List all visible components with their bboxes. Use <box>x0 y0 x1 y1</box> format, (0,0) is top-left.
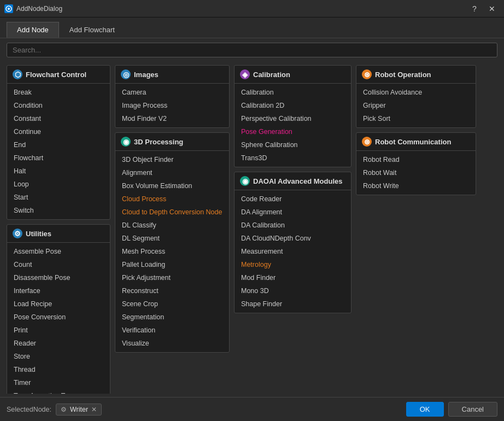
item-halt[interactable]: Halt <box>7 165 110 178</box>
title-bar: AddNodeDialog ? ✕ <box>0 0 504 17</box>
item-pose-generation[interactable]: Pose Generation <box>235 125 351 138</box>
column-3: ◈ Calibration Calibration Calibration 2D… <box>234 65 351 394</box>
item-metrology[interactable]: Metrology <box>235 258 351 271</box>
dialog-buttons: OK Cancel <box>406 402 497 417</box>
item-break[interactable]: Break <box>7 86 110 99</box>
item-transformation-tree[interactable]: Transformation Tree <box>7 389 110 394</box>
item-perspective-calibration[interactable]: Perspective Calibration <box>235 112 351 125</box>
item-shape-finder[interactable]: Shape Finder <box>235 297 351 311</box>
search-input[interactable] <box>7 43 497 57</box>
item-code-reader[interactable]: Code Reader <box>235 192 351 206</box>
tab-add-node[interactable]: Add Node <box>7 22 59 38</box>
item-mesh-process[interactable]: Mesh Process <box>115 245 229 258</box>
item-loop[interactable]: Loop <box>7 178 110 191</box>
3d-processing-icon: ◉ <box>121 137 131 147</box>
calibration-body: Calibration Calibration 2D Perspective C… <box>235 84 351 167</box>
item-calibration[interactable]: Calibration <box>235 86 351 99</box>
item-verification[interactable]: Verification <box>115 324 229 337</box>
item-end[interactable]: End <box>7 138 110 151</box>
card-header-robot-comm: ⊛ Robot Communication <box>356 133 476 151</box>
item-dl-segment[interactable]: DL Segment <box>115 232 229 245</box>
item-cloud-to-depth[interactable]: Cloud to Depth Conversion Node <box>115 206 229 219</box>
item-robot-wait[interactable]: Robot Wait <box>356 166 476 179</box>
item-thread[interactable]: Thread <box>7 363 110 376</box>
item-da-cloudndepth[interactable]: DA CloudNDepth Conv <box>235 232 351 245</box>
3d-processing-body: 3D Object Finder Alignment Box Volume Es… <box>115 151 229 352</box>
card-header-3d: ◉ 3D Processing <box>115 133 229 151</box>
item-store[interactable]: Store <box>7 350 110 363</box>
item-condition[interactable]: Condition <box>7 99 110 112</box>
item-pallet-loading[interactable]: Pallet Loading <box>115 258 229 271</box>
title-bar-controls: ? ✕ <box>467 3 500 15</box>
item-count[interactable]: Count <box>7 258 110 271</box>
card-header-images: ◎ Images <box>115 66 229 84</box>
chip-icon: ⚙ <box>61 406 67 413</box>
item-interface[interactable]: Interface <box>7 284 110 297</box>
card-daoai-advanced: ◉ DAOAI Advanced Modules Code Reader DA … <box>234 172 351 313</box>
item-trans3d[interactable]: Trans3D <box>235 151 351 165</box>
item-measurement[interactable]: Measurement <box>235 245 351 258</box>
item-dl-classify[interactable]: DL Classify <box>115 219 229 232</box>
item-sphere-calibration[interactable]: Sphere Calibration <box>235 138 351 151</box>
item-assemble-pose[interactable]: Assemble Pose <box>7 245 110 258</box>
item-print[interactable]: Print <box>7 324 110 337</box>
robot-operation-label: Robot Operation <box>375 71 431 79</box>
card-header-calibration: ◈ Calibration <box>235 66 351 84</box>
tab-add-flowchart[interactable]: Add Flowchart <box>59 22 125 38</box>
item-scene-crop[interactable]: Scene Crop <box>115 297 229 311</box>
utilities-label: Utilities <box>26 230 51 238</box>
item-load-recipe[interactable]: Load Recipe <box>7 297 110 311</box>
item-calibration-2d[interactable]: Calibration 2D <box>235 99 351 112</box>
item-mono-3d[interactable]: Mono 3D <box>235 284 351 297</box>
selected-node-chip: ⚙ Writer ✕ <box>56 404 102 416</box>
robot-operation-icon: ⊛ <box>362 69 372 79</box>
item-start[interactable]: Start <box>7 191 110 204</box>
item-timer[interactable]: Timer <box>7 376 110 389</box>
item-da-alignment[interactable]: DA Alignment <box>235 206 351 219</box>
item-camera[interactable]: Camera <box>115 86 229 99</box>
daoai-icon: ◉ <box>240 176 250 186</box>
chip-close-button[interactable]: ✕ <box>91 406 97 413</box>
item-constant[interactable]: Constant <box>7 112 110 125</box>
item-3d-object-finder[interactable]: 3D Object Finder <box>115 153 229 166</box>
images-body: Camera Image Process Mod Finder V2 <box>115 84 229 127</box>
item-pick-sort[interactable]: Pick Sort <box>356 112 476 125</box>
item-da-calibration[interactable]: DA Calibration <box>235 219 351 232</box>
app-icon <box>4 4 13 13</box>
cancel-button[interactable]: Cancel <box>448 402 497 417</box>
item-reader[interactable]: Reader <box>7 337 110 350</box>
item-segmentation[interactable]: Segmentation <box>115 311 229 324</box>
item-pick-adjustment[interactable]: Pick Adjustment <box>115 271 229 284</box>
item-disassemble-pose[interactable]: Disassemble Pose <box>7 271 110 284</box>
svg-point-2 <box>8 8 10 10</box>
card-header-daoai: ◉ DAOAI Advanced Modules <box>235 172 351 190</box>
calibration-icon: ◈ <box>240 69 250 79</box>
item-continue[interactable]: Continue <box>7 125 110 138</box>
item-visualize[interactable]: Visualize <box>115 337 229 350</box>
robot-communication-icon: ⊛ <box>362 137 372 147</box>
close-button[interactable]: ✕ <box>484 3 500 15</box>
item-image-process[interactable]: Image Process <box>115 99 229 112</box>
item-collision-avoidance[interactable]: Collision Avoidance <box>356 86 476 99</box>
add-node-dialog: Add Node Add Flowchart ⬡ Flowchart Contr… <box>0 17 504 421</box>
ok-button[interactable]: OK <box>406 402 444 417</box>
robot-communication-label: Robot Communication <box>375 138 451 146</box>
item-robot-read[interactable]: Robot Read <box>356 153 476 166</box>
item-box-volume-estimation[interactable]: Box Volume Estimation <box>115 179 229 192</box>
item-reconstruct[interactable]: Reconstruct <box>115 284 229 297</box>
item-mod-finder-v2[interactable]: Mod Finder V2 <box>115 112 229 125</box>
item-switch[interactable]: Switch <box>7 204 110 217</box>
item-flowchart[interactable]: Flowchart <box>7 151 110 165</box>
card-images: ◎ Images Camera Image Process Mod Finder… <box>115 65 230 128</box>
card-header-flowchart: ⬡ Flowchart Control <box>7 66 110 84</box>
item-robot-write[interactable]: Robot Write <box>356 179 476 192</box>
item-pose-conversion[interactable]: Pose Conversion <box>7 311 110 324</box>
item-cloud-process[interactable]: Cloud Process <box>115 192 229 206</box>
item-alignment[interactable]: Alignment <box>115 166 229 179</box>
item-gripper[interactable]: Gripper <box>356 99 476 112</box>
robot-communication-body: Robot Read Robot Wait Robot Write <box>356 151 476 195</box>
help-button[interactable]: ? <box>467 3 482 15</box>
item-mod-finder[interactable]: Mod Finder <box>235 271 351 284</box>
daoai-label: DAOAI Advanced Modules <box>253 177 342 185</box>
flowchart-icon: ⬡ <box>13 69 22 79</box>
